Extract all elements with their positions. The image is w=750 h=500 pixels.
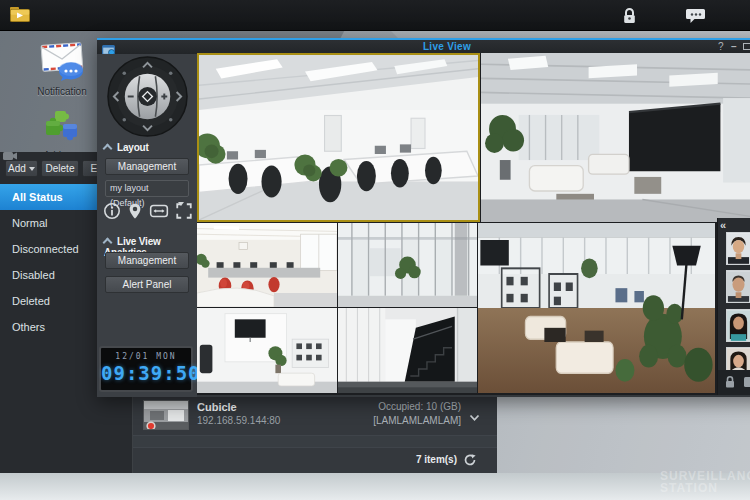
layout-preset-select[interactable]: my layout (Default) [105,180,189,197]
status-filter-normal[interactable]: Normal [0,210,97,236]
face-panel: « [717,218,750,395]
camera-feed[interactable] [481,53,750,222]
camera-list-row[interactable]: Cubicle 192.168.59.144:80 Occupied: 10 (… [133,395,497,434]
chat-bubble-icon[interactable] [686,8,706,29]
camera-list-empty-row [133,436,497,447]
layout-tools [103,202,193,222]
live-view-sidebar: Layout Management my layout (Default) [97,54,197,397]
face-thumbnail[interactable] [726,270,750,303]
status-filter-deleted[interactable]: Deleted [0,288,97,314]
camera-occupied: Occupied: 10 (GB) [341,401,461,412]
camera-feed[interactable] [338,223,477,307]
maximize-button[interactable] [743,43,750,50]
window-title: Live View [97,40,750,54]
face-panel-footer [718,370,750,395]
clock-date: 12/01 MON [101,352,191,361]
digital-clock: 12/01 MON 09:39:50 [99,346,193,392]
status-filter-all[interactable]: All Status [0,184,97,210]
window-titlebar[interactable]: Live View ? – [97,40,750,54]
collapse-chevron-icon [103,238,113,248]
delete-button[interactable]: Delete [41,160,79,177]
camera-feed-selected[interactable] [197,53,480,222]
collapse-chevron-icon [103,144,113,154]
recording-indicator-icon [146,417,156,430]
lock-icon[interactable] [621,7,638,29]
minimize-button[interactable]: – [731,40,737,54]
location-pin-icon[interactable] [126,202,144,224]
ptz-control[interactable] [107,56,188,141]
notification-envelope-icon [40,40,98,86]
camera-feed[interactable] [197,308,337,393]
surveillance-station-watermark: SURVEILLANCE STATION [660,470,750,494]
lock-icon[interactable] [724,375,736,393]
dropdown-caret-icon [29,167,35,171]
item-count: 7 item(s) [416,454,457,465]
add-ons-puzzle-icon [43,108,98,150]
status-filter-disabled[interactable]: Disabled [0,262,97,288]
camera-list-footer: 7 item(s) [133,448,497,473]
analytics-management-button[interactable]: Management [105,252,189,269]
camera-list-panel: Cubicle 192.168.59.144:80 Occupied: 10 (… [133,395,497,473]
add-button[interactable]: Add [5,160,38,177]
main-menu-folder-icon[interactable] [9,5,31,28]
fullscreen-icon[interactable] [175,202,193,224]
face-thumbnail[interactable] [726,309,750,342]
collapse-panel-button[interactable]: « [720,219,726,231]
aspect-ratio-icon[interactable] [149,202,169,224]
camera-group: [LAMLAMLAMLAM] [341,415,461,426]
info-icon[interactable] [103,202,121,224]
live-view-window: Live View ? – [97,38,750,397]
camera-thumbnail [143,400,189,430]
desktop-icon-notification[interactable]: Notification [26,40,98,97]
layout-section-header[interactable]: Layout [104,142,149,153]
face-thumbnail[interactable] [726,232,750,265]
camera-address: 192.168.59.144:80 [197,415,280,426]
taskbar [0,0,750,31]
status-filter-others[interactable]: Others [0,314,97,340]
clock-time: 09:39:50 [101,362,191,384]
status-filter-disconnected[interactable]: Disconnected [0,236,97,262]
desktop-icon-label: Notification [26,86,98,97]
camera-grid [197,53,750,395]
layout-management-button[interactable]: Management [105,158,189,175]
camera-name: Cubicle [197,401,237,413]
panel-icon-partial[interactable] [744,375,750,393]
row-expand-chevron-icon[interactable] [469,408,480,426]
refresh-icon[interactable] [463,453,477,471]
camera-feed[interactable] [197,223,337,307]
alert-panel-button[interactable]: Alert Panel [105,276,189,293]
camera-feed[interactable] [338,308,477,393]
help-button[interactable]: ? [718,40,724,54]
background-light-strip [0,473,750,500]
camera-feed[interactable] [478,223,715,393]
